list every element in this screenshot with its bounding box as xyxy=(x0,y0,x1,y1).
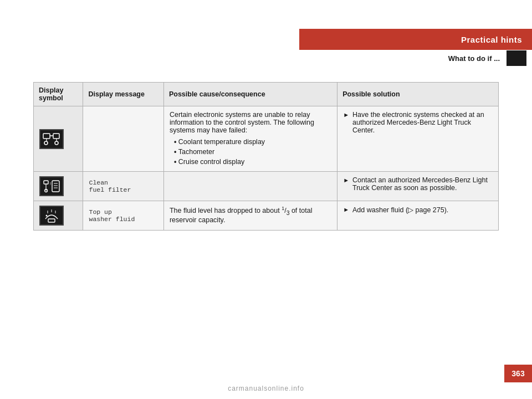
col-header-symbol: Display symbol xyxy=(34,83,83,106)
svg-rect-7 xyxy=(44,181,48,184)
arrow-icon-2: ► xyxy=(343,177,349,183)
solution-text-2: Contact an authorized Mercedes-Benz Ligh… xyxy=(352,176,493,192)
cause-bullets-1: Coolant temperature display Tachometer C… xyxy=(170,137,331,167)
page-number: 363 xyxy=(511,369,524,378)
fuel-filter-svg: ! xyxy=(42,178,61,194)
col-header-solution: Possible solution xyxy=(337,83,499,106)
message-cell-3: Top upwasher fluid xyxy=(83,201,163,231)
svg-point-4 xyxy=(55,141,58,145)
washer-svg xyxy=(42,208,61,223)
washer-icon xyxy=(39,206,64,226)
subheader-bar: What to do if ... xyxy=(299,50,532,66)
svg-rect-11 xyxy=(52,181,59,192)
solution-cell-3: ► Add washer fluid (▷ page 275). xyxy=(337,201,499,231)
fuel-filter-icon: ! xyxy=(39,176,64,196)
bullet-item: Tachometer xyxy=(174,147,331,157)
network-icon xyxy=(39,129,64,149)
watermark: carmanualsonline.info xyxy=(0,385,532,392)
symbol-cell-3 xyxy=(34,201,83,231)
page-number-box: 363 xyxy=(504,365,532,382)
arrow-icon-1: ► xyxy=(343,111,349,118)
table-row: Certain electronic systems are unable to… xyxy=(34,106,499,172)
header-title: Practical hints xyxy=(461,35,522,44)
solution-text-1: Have the electronic systems checked at a… xyxy=(352,111,493,134)
symbol-cell-2: ! xyxy=(34,172,83,201)
network-symbol-svg xyxy=(43,132,60,146)
message-cell-1 xyxy=(83,106,163,172)
cause-cell-1: Certain electronic systems are unable to… xyxy=(163,106,337,172)
main-table-wrapper: Display symbol Display message Possible … xyxy=(33,82,499,231)
arrow-icon-3: ► xyxy=(343,206,349,213)
cause-text-3: The fluid level has dropped to about 1/3… xyxy=(170,207,313,224)
svg-rect-18 xyxy=(48,219,55,222)
bullet-item: Cruise control display xyxy=(174,157,331,167)
table-row: Top upwasher fluid The fluid level has d… xyxy=(34,201,499,231)
table-row: ! Cleanfuel filter ► Contact an authoriz… xyxy=(34,172,499,201)
svg-point-3 xyxy=(44,141,48,145)
solution-arrow-item-1: ► Have the electronic systems checked at… xyxy=(343,111,493,134)
solution-arrow-item-3: ► Add washer fluid (▷ page 275). xyxy=(343,206,493,214)
svg-text:!: ! xyxy=(50,182,51,186)
solution-text-3: Add washer fluid (▷ page 275). xyxy=(352,206,448,214)
message-cell-2: Cleanfuel filter xyxy=(83,172,163,201)
main-table: Display symbol Display message Possible … xyxy=(33,82,499,231)
header-bar: Practical hints xyxy=(299,29,532,50)
bullet-item: Coolant temperature display xyxy=(174,137,331,147)
solution-cell-2: ► Contact an authorized Mercedes-Benz Li… xyxy=(337,172,499,201)
cause-text-1: Certain electronic systems are unable to… xyxy=(170,111,314,134)
svg-rect-1 xyxy=(53,134,59,139)
symbol-cell-1 xyxy=(34,106,83,172)
subheader-text: What to do if ... xyxy=(448,54,500,63)
col-header-message: Display message xyxy=(83,83,163,106)
cause-cell-2 xyxy=(163,172,337,201)
col-header-cause: Possible cause/consequence xyxy=(163,83,337,106)
subheader-black-box xyxy=(507,50,526,66)
cause-cell-3: The fluid level has dropped to about 1/3… xyxy=(163,201,337,231)
solution-cell-1: ► Have the electronic systems checked at… xyxy=(337,106,499,172)
svg-point-19 xyxy=(46,215,48,217)
solution-arrow-item-2: ► Contact an authorized Mercedes-Benz Li… xyxy=(343,176,493,192)
svg-rect-0 xyxy=(43,134,50,139)
